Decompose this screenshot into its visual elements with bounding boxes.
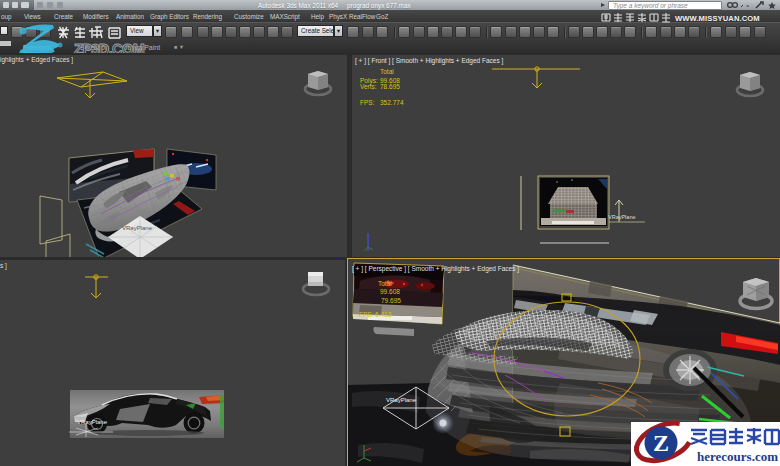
svg-text:99.608: 99.608 [380,288,400,295]
svg-text:78.695: 78.695 [380,83,400,90]
svg-text:6.413: 6.413 [375,311,392,318]
svg-text:ighlights + Edged Faces ]: ighlights + Edged Faces ] [0,56,73,64]
svg-text:VRayPlane: VRayPlane [77,419,108,425]
svg-text:s ]: s ] [0,262,7,270]
svg-text:Total: Total [378,280,392,287]
svg-text:WWW.MISSYUAN.COM: WWW.MISSYUAN.COM [675,14,760,23]
svg-text:352.774: 352.774 [380,99,404,106]
svg-text:[ + ] [ Perspective ] [ Smooth: [ + ] [ Perspective ] [ Smooth + Highlig… [352,265,519,273]
svg-text:VRayPlane: VRayPlane [608,214,636,220]
svg-text:Total: Total [380,68,394,75]
svg-text:FPS:: FPS: [360,99,375,106]
svg-text:FPS:: FPS: [359,311,374,318]
svg-text:Verts:: Verts: [360,83,377,90]
svg-text:Z: Z [653,430,669,456]
svg-text:[ + ] [ Front ] [ Smooth + Hig: [ + ] [ Front ] [ Smooth + Highlights + … [355,57,504,65]
svg-text:VRayPlane: VRayPlane [122,225,153,231]
svg-text:79.695: 79.695 [381,297,401,304]
svg-text:VRayPlane: VRayPlane [386,397,417,403]
svg-text:herecours.com: herecours.com [697,449,778,464]
